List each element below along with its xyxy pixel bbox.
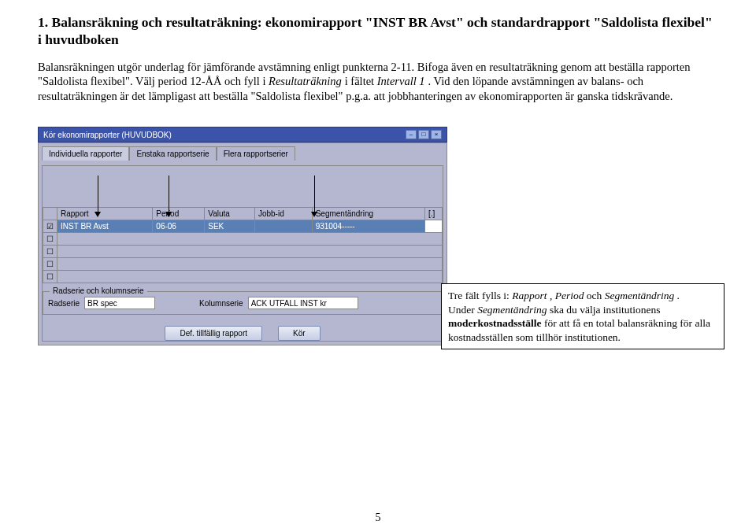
col-rapport[interactable]: Rapport <box>57 208 153 220</box>
callout-box: Tre fält fylls i: Rapport , Period och S… <box>441 283 724 349</box>
empty-row <box>57 233 443 246</box>
row-check[interactable]: ☐ <box>43 271 57 283</box>
cell-extra[interactable] <box>425 220 443 233</box>
report-grid: Rapport Period Valuta Jobb-id Segmentänd… <box>43 207 443 283</box>
table-row[interactable]: ☐ <box>43 233 443 246</box>
grid-header-row: Rapport Period Valuta Jobb-id Segmentänd… <box>43 208 443 220</box>
row-check[interactable]: ☐ <box>43 233 57 246</box>
kor-button[interactable]: Kör <box>278 326 321 341</box>
radserie-input[interactable] <box>84 297 155 309</box>
page-heading: 1. Balansräkning och resultaträkning: ek… <box>38 14 718 49</box>
empty-row <box>57 258 443 271</box>
table-row[interactable]: ☐ <box>43 258 443 271</box>
table-row[interactable]: ☑ INST BR Avst 06-06 SEK 931004----- <box>43 220 443 233</box>
para-text-mid: i fältet <box>345 75 377 87</box>
col-period[interactable]: Period <box>153 208 205 220</box>
callout-bold-moderkostnad: moderkostnadsställe <box>448 317 542 329</box>
col-valuta[interactable]: Valuta <box>205 208 255 220</box>
maximize-icon[interactable]: □ <box>418 130 429 139</box>
col-segment[interactable]: Segmentändring <box>312 208 424 220</box>
cell-rapport[interactable]: INST BR Avst <box>57 220 153 233</box>
radserie-panel-title: Radserie och kolumnserie <box>50 286 147 295</box>
window-title-text: Kör ekonomirapporter (HUVUDBOK) <box>43 131 172 139</box>
button-row: Def. tillfällig rapport Kör <box>43 326 443 341</box>
def-tillfallig-button[interactable]: Def. tillfällig rapport <box>165 326 262 341</box>
table-row[interactable]: ☐ <box>43 271 443 283</box>
minimize-icon[interactable]: – <box>406 130 417 139</box>
callout-italic-segment2: Segmentändring <box>477 304 547 316</box>
callout-text: . <box>677 290 680 301</box>
tab-row: Individuella rapporter Enstaka rapportse… <box>42 146 443 161</box>
window-controls: – □ × <box>406 130 442 139</box>
empty-row <box>57 246 443 258</box>
cell-period[interactable]: 06-06 <box>153 220 205 233</box>
tab-flera[interactable]: Flera rapportserier <box>217 146 295 161</box>
cell-segment[interactable]: 931004----- <box>312 220 424 233</box>
para-italic-1: Resultaträkning <box>269 75 342 87</box>
callout-italic-segment: Segmentändring <box>605 290 675 301</box>
cell-valuta[interactable]: SEK <box>205 220 255 233</box>
radserie-row: Radserie Kolumnserie <box>48 297 437 309</box>
callout-text: ska du välja institutionens <box>550 304 661 316</box>
arrow-annotations <box>43 175 443 207</box>
col-check <box>43 208 57 220</box>
callout-text: Under <box>448 304 477 316</box>
tab-enstaka[interactable]: Enstaka rapportserie <box>129 146 216 161</box>
close-icon[interactable]: × <box>431 130 442 139</box>
window-titlebar: Kör ekonomirapporter (HUVUDBOK) – □ × <box>38 127 447 142</box>
kolumnserie-label: Kolumnserie <box>199 299 243 308</box>
callout-text: Tre fält fylls i: <box>448 290 512 301</box>
kolumnserie-input[interactable] <box>248 297 358 309</box>
callout-italic-rapport: Rapport <box>512 290 547 301</box>
window-body: Individuella rapporter Enstaka rapportse… <box>38 142 447 345</box>
tab-individuella[interactable]: Individuella rapporter <box>42 146 129 161</box>
callout-text: och <box>587 290 605 301</box>
row-check[interactable]: ☐ <box>43 258 57 271</box>
callout-text: , <box>550 290 555 301</box>
para-italic-2: Intervall 1 <box>377 75 425 87</box>
radserie-label: Radserie <box>48 299 80 308</box>
page-number: 5 <box>0 512 756 524</box>
col-jobbid[interactable]: Jobb-id <box>254 208 312 220</box>
intro-paragraph: Balansräkningen utgör underlag för jämfö… <box>38 60 718 104</box>
col-extra[interactable]: [.] <box>425 208 443 220</box>
table-row[interactable]: ☐ <box>43 246 443 258</box>
empty-row <box>57 271 443 283</box>
row-check[interactable]: ☑ <box>43 220 57 233</box>
app-window: Kör ekonomirapporter (HUVUDBOK) – □ × In… <box>38 127 447 345</box>
report-panel: Rapport Period Valuta Jobb-id Segmentänd… <box>42 165 443 342</box>
radserie-panel: Radserie och kolumnserie Radserie Kolumn… <box>43 291 443 315</box>
callout-italic-period: Period <box>555 290 584 301</box>
cell-jobbid[interactable] <box>254 220 312 233</box>
row-check[interactable]: ☐ <box>43 246 57 258</box>
